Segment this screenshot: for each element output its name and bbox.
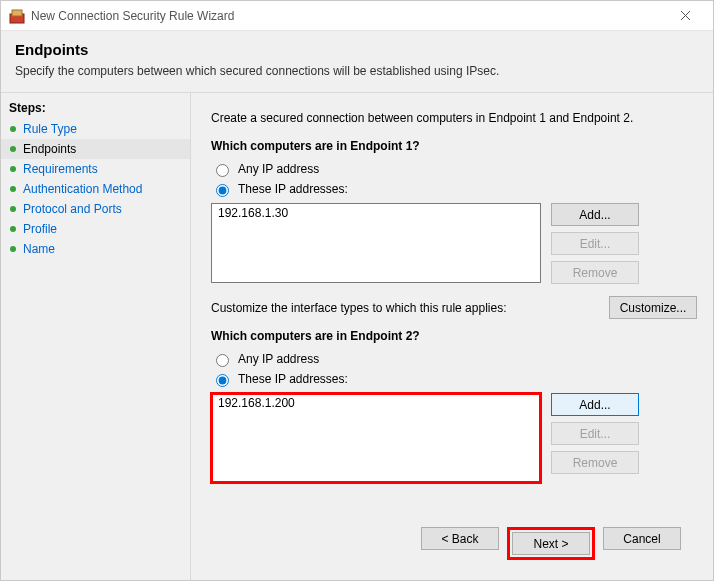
ep2-any-label: Any IP address bbox=[238, 352, 319, 366]
step-link[interactable]: Rule Type bbox=[23, 122, 77, 136]
ep2-remove-button: Remove bbox=[551, 451, 639, 474]
app-icon bbox=[9, 8, 25, 24]
ep1-edit-button: Edit... bbox=[551, 232, 639, 255]
bullet-icon bbox=[9, 205, 17, 213]
main-panel: Create a secured connection between comp… bbox=[191, 93, 713, 580]
svg-point-10 bbox=[10, 246, 16, 252]
ep1-any-radio-row[interactable]: Any IP address bbox=[211, 161, 697, 177]
step-rule-type[interactable]: Rule Type bbox=[1, 119, 190, 139]
step-requirements[interactable]: Requirements bbox=[1, 159, 190, 179]
cancel-button[interactable]: Cancel bbox=[603, 527, 681, 550]
svg-rect-1 bbox=[12, 10, 22, 16]
ep1-these-radio-row[interactable]: These IP addresses: bbox=[211, 181, 697, 197]
close-icon[interactable] bbox=[665, 1, 705, 31]
page-header: Endpoints Specify the computers between … bbox=[1, 31, 713, 93]
step-link[interactable]: Requirements bbox=[23, 162, 98, 176]
ep2-buttons: Add... Edit... Remove bbox=[551, 393, 639, 474]
ep1-buttons: Add... Edit... Remove bbox=[551, 203, 639, 284]
intro-text: Create a secured connection between comp… bbox=[211, 111, 697, 125]
next-button[interactable]: Next > bbox=[512, 532, 590, 555]
ep2-listbox[interactable]: 192.168.1.200 bbox=[211, 393, 541, 483]
svg-point-6 bbox=[10, 166, 16, 172]
ep1-any-label: Any IP address bbox=[238, 162, 319, 176]
customize-text: Customize the interface types to which t… bbox=[211, 301, 599, 315]
step-protocol-ports[interactable]: Protocol and Ports bbox=[1, 199, 190, 219]
ep2-any-radio[interactable] bbox=[216, 354, 229, 367]
step-label: Endpoints bbox=[23, 142, 76, 156]
step-name[interactable]: Name bbox=[1, 239, 190, 259]
ep2-these-radio[interactable] bbox=[216, 374, 229, 387]
steps-sidebar: Steps: Rule Type Endpoints Requirements … bbox=[1, 93, 191, 580]
ep1-these-radio[interactable] bbox=[216, 184, 229, 197]
ep1-question: Which computers are in Endpoint 1? bbox=[211, 139, 697, 153]
ep2-group: 192.168.1.200 Add... Edit... Remove bbox=[211, 393, 697, 483]
ep1-remove-button: Remove bbox=[551, 261, 639, 284]
bullet-icon bbox=[9, 225, 17, 233]
bullet-icon bbox=[9, 165, 17, 173]
step-auth-method[interactable]: Authentication Method bbox=[1, 179, 190, 199]
steps-label: Steps: bbox=[1, 99, 190, 119]
step-link[interactable]: Name bbox=[23, 242, 55, 256]
ep1-group: 192.168.1.30 Add... Edit... Remove bbox=[211, 203, 697, 284]
page-title: Endpoints bbox=[15, 41, 699, 58]
ep2-add-button[interactable]: Add... bbox=[551, 393, 639, 416]
svg-point-4 bbox=[10, 126, 16, 132]
step-link[interactable]: Protocol and Ports bbox=[23, 202, 122, 216]
step-link[interactable]: Authentication Method bbox=[23, 182, 142, 196]
step-profile[interactable]: Profile bbox=[1, 219, 190, 239]
customize-button[interactable]: Customize... bbox=[609, 296, 697, 319]
ep1-any-radio[interactable] bbox=[216, 164, 229, 177]
svg-point-9 bbox=[10, 226, 16, 232]
footer: < Back Next > Cancel bbox=[211, 517, 697, 570]
ep1-these-label: These IP addresses: bbox=[238, 182, 348, 196]
next-button-highlight: Next > bbox=[507, 527, 595, 560]
ep2-any-radio-row[interactable]: Any IP address bbox=[211, 351, 697, 367]
step-endpoints[interactable]: Endpoints bbox=[1, 139, 190, 159]
ep2-edit-button: Edit... bbox=[551, 422, 639, 445]
body: Steps: Rule Type Endpoints Requirements … bbox=[1, 93, 713, 580]
svg-point-7 bbox=[10, 186, 16, 192]
list-item[interactable]: 192.168.1.30 bbox=[218, 206, 534, 220]
bullet-icon bbox=[9, 185, 17, 193]
back-button[interactable]: < Back bbox=[421, 527, 499, 550]
window-title: New Connection Security Rule Wizard bbox=[31, 9, 665, 23]
page-subtitle: Specify the computers between which secu… bbox=[15, 64, 699, 78]
ep1-add-button[interactable]: Add... bbox=[551, 203, 639, 226]
ep1-listbox[interactable]: 192.168.1.30 bbox=[211, 203, 541, 283]
customize-row: Customize the interface types to which t… bbox=[211, 296, 697, 319]
ep2-these-radio-row[interactable]: These IP addresses: bbox=[211, 371, 697, 387]
bullet-icon bbox=[9, 125, 17, 133]
list-item[interactable]: 192.168.1.200 bbox=[218, 396, 534, 410]
ep2-question: Which computers are in Endpoint 2? bbox=[211, 329, 697, 343]
step-link[interactable]: Profile bbox=[23, 222, 57, 236]
bullet-icon bbox=[9, 145, 17, 153]
svg-point-8 bbox=[10, 206, 16, 212]
svg-point-5 bbox=[10, 146, 16, 152]
ep2-these-label: These IP addresses: bbox=[238, 372, 348, 386]
titlebar: New Connection Security Rule Wizard bbox=[1, 1, 713, 31]
wizard-window: New Connection Security Rule Wizard Endp… bbox=[0, 0, 714, 581]
bullet-icon bbox=[9, 245, 17, 253]
